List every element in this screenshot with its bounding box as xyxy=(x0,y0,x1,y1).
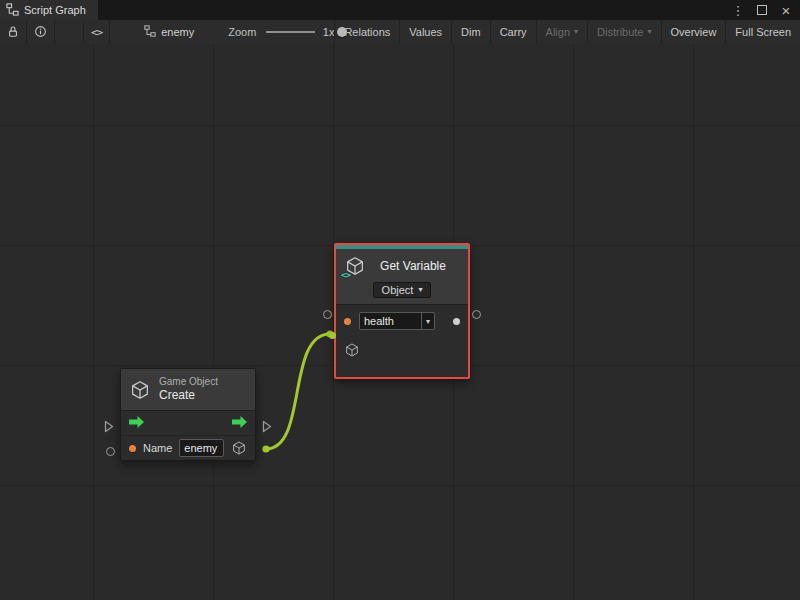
tab-title: Script Graph xyxy=(24,4,86,16)
code-icon: <> xyxy=(91,26,102,39)
flow-output-arrow-icon[interactable] xyxy=(232,416,247,430)
node-title: Get Variable xyxy=(366,259,460,273)
game-object-output-icon xyxy=(231,440,247,456)
graph-toolbar: <> enemy Zoom 1x Relations Values Dim Ca… xyxy=(0,20,800,45)
flow-input-arrow-icon[interactable] xyxy=(129,416,144,430)
graph-name-label: enemy xyxy=(161,26,194,38)
script-graph-asset-icon xyxy=(144,25,156,39)
flow-input-port[interactable] xyxy=(104,420,114,435)
align-button[interactable]: Align ▾ xyxy=(536,20,587,44)
flow-output-port[interactable] xyxy=(262,420,272,435)
get-variable-node-icon: <> xyxy=(344,255,366,277)
close-icon[interactable]: × xyxy=(780,2,792,18)
dim-button[interactable]: Dim xyxy=(451,20,490,44)
variable-name-field: ▾ xyxy=(359,312,435,330)
zoom-value: 1x xyxy=(323,26,335,38)
name-input-dot[interactable] xyxy=(344,318,351,325)
menu-icon[interactable]: ⋮ xyxy=(732,2,744,18)
object-input-connected-port[interactable] xyxy=(329,332,336,339)
name-input-dot[interactable] xyxy=(129,445,136,452)
wire-start-dot xyxy=(262,445,269,452)
script-graph-icon xyxy=(6,3,19,18)
maximize-icon[interactable] xyxy=(756,2,768,18)
overview-button[interactable]: Overview xyxy=(661,20,726,44)
node-create-game-object[interactable]: Game Object Create Name xyxy=(120,368,256,461)
window-titlebar: Script Graph ⋮ × xyxy=(0,0,800,20)
connection-wire[interactable] xyxy=(266,334,330,449)
node-get-variable[interactable]: <> Get Variable Object ▾ ▾ xyxy=(334,243,470,379)
object-input-icon xyxy=(344,342,360,358)
param-label: Name xyxy=(143,442,172,454)
values-button[interactable]: Values xyxy=(399,20,451,44)
code-badge-icon: <> xyxy=(341,270,350,280)
zoom-slider[interactable] xyxy=(266,20,314,44)
node-title: Create xyxy=(159,388,218,403)
chevron-down-icon: ▾ xyxy=(648,28,652,36)
zoom-slider-track xyxy=(266,31,314,33)
lock-button[interactable] xyxy=(0,20,27,44)
node-category: Game Object xyxy=(159,376,218,388)
graph-asset[interactable]: enemy xyxy=(144,25,194,39)
zoom-label: Zoom xyxy=(228,26,256,38)
variable-scope-dropdown[interactable]: Object ▾ xyxy=(373,282,432,298)
full-screen-button[interactable]: Full Screen xyxy=(725,20,800,44)
carry-button[interactable]: Carry xyxy=(490,20,536,44)
window-controls: ⋮ × xyxy=(732,2,800,18)
distribute-button[interactable]: Distribute ▾ xyxy=(587,20,660,44)
name-field xyxy=(179,439,224,457)
toolbar-buttons: Relations Values Dim Carry Align ▾ Distr… xyxy=(334,20,800,44)
value-output-port[interactable] xyxy=(472,310,481,319)
chevron-down-icon: ▾ xyxy=(418,286,422,294)
edit-source-button[interactable]: <> xyxy=(83,20,110,44)
lock-icon xyxy=(7,25,19,40)
value-output-dot[interactable] xyxy=(453,318,460,325)
chevron-down-icon: ▾ xyxy=(574,28,578,36)
game-object-node-icon xyxy=(129,379,151,401)
graph-canvas[interactable]: <> Get Variable Object ▾ ▾ xyxy=(0,44,800,600)
variable-name-input[interactable] xyxy=(360,315,421,327)
chevron-down-icon[interactable]: ▾ xyxy=(421,313,434,329)
variable-scope-label: Object xyxy=(382,284,414,296)
name-input[interactable] xyxy=(180,442,223,454)
info-icon xyxy=(34,25,47,40)
tab-script-graph[interactable]: Script Graph xyxy=(0,0,98,20)
name-input-port[interactable] xyxy=(323,310,332,319)
info-button[interactable] xyxy=(27,20,55,44)
name-input-port[interactable] xyxy=(106,447,115,456)
